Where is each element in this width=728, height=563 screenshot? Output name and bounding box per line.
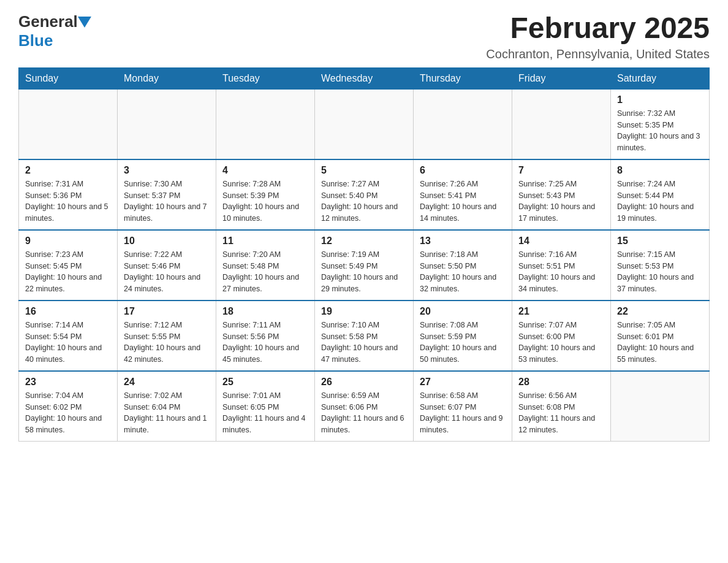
- day-info: Sunrise: 7:02 AM Sunset: 6:04 PM Dayligh…: [124, 390, 210, 436]
- calendar-day-cell: 18Sunrise: 7:11 AM Sunset: 5:56 PM Dayli…: [216, 301, 315, 371]
- calendar-day-cell: 9Sunrise: 7:23 AM Sunset: 5:45 PM Daylig…: [19, 230, 118, 301]
- day-info: Sunrise: 7:26 AM Sunset: 5:41 PM Dayligh…: [420, 178, 506, 224]
- day-number: 17: [124, 306, 210, 317]
- day-info: Sunrise: 7:32 AM Sunset: 5:35 PM Dayligh…: [617, 108, 703, 154]
- calendar-day-cell: 12Sunrise: 7:19 AM Sunset: 5:49 PM Dayli…: [315, 230, 414, 301]
- day-number: 12: [321, 236, 407, 247]
- day-info: Sunrise: 7:11 AM Sunset: 5:56 PM Dayligh…: [222, 320, 308, 366]
- day-number: 6: [420, 165, 506, 176]
- day-info: Sunrise: 7:22 AM Sunset: 5:46 PM Dayligh…: [124, 249, 210, 295]
- day-info: Sunrise: 7:08 AM Sunset: 5:59 PM Dayligh…: [420, 320, 506, 366]
- logo-triangle-icon: [78, 17, 91, 28]
- day-info: Sunrise: 7:05 AM Sunset: 6:01 PM Dayligh…: [617, 320, 703, 366]
- calendar-day-cell: 13Sunrise: 7:18 AM Sunset: 5:50 PM Dayli…: [414, 230, 512, 301]
- calendar-day-cell: 11Sunrise: 7:20 AM Sunset: 5:48 PM Dayli…: [216, 230, 315, 301]
- calendar-week-row: 16Sunrise: 7:14 AM Sunset: 5:54 PM Dayli…: [19, 301, 710, 371]
- day-of-week-header: Saturday: [611, 67, 710, 89]
- calendar-day-cell: 6Sunrise: 7:26 AM Sunset: 5:41 PM Daylig…: [414, 159, 512, 230]
- calendar-day-cell: 16Sunrise: 7:14 AM Sunset: 5:54 PM Dayli…: [19, 301, 118, 371]
- day-number: 3: [124, 165, 210, 176]
- day-info: Sunrise: 7:25 AM Sunset: 5:43 PM Dayligh…: [518, 178, 604, 224]
- calendar-day-cell: 28Sunrise: 6:56 AM Sunset: 6:08 PM Dayli…: [512, 371, 611, 442]
- day-info: Sunrise: 7:28 AM Sunset: 5:39 PM Dayligh…: [222, 178, 308, 224]
- calendar-day-cell: 15Sunrise: 7:15 AM Sunset: 5:53 PM Dayli…: [611, 230, 710, 301]
- calendar-day-cell: [315, 89, 414, 159]
- day-number: 10: [124, 236, 210, 247]
- day-info: Sunrise: 7:20 AM Sunset: 5:48 PM Dayligh…: [222, 249, 308, 295]
- day-info: Sunrise: 6:59 AM Sunset: 6:06 PM Dayligh…: [321, 390, 407, 436]
- day-of-week-header: Monday: [118, 67, 216, 89]
- day-info: Sunrise: 7:01 AM Sunset: 6:05 PM Dayligh…: [222, 390, 308, 436]
- calendar-day-cell: [611, 371, 710, 442]
- calendar-day-cell: 25Sunrise: 7:01 AM Sunset: 6:05 PM Dayli…: [216, 371, 315, 442]
- day-number: 13: [420, 236, 506, 247]
- day-info: Sunrise: 7:15 AM Sunset: 5:53 PM Dayligh…: [617, 249, 703, 295]
- calendar-day-cell: 10Sunrise: 7:22 AM Sunset: 5:46 PM Dayli…: [118, 230, 216, 301]
- calendar-day-cell: 21Sunrise: 7:07 AM Sunset: 6:00 PM Dayli…: [512, 301, 611, 371]
- logo: General Blue: [18, 12, 91, 50]
- calendar-day-cell: 20Sunrise: 7:08 AM Sunset: 5:59 PM Dayli…: [414, 301, 512, 371]
- day-number: 24: [124, 377, 210, 388]
- calendar-day-cell: [216, 89, 315, 159]
- day-number: 1: [617, 94, 703, 105]
- day-number: 15: [617, 236, 703, 247]
- day-number: 26: [321, 377, 407, 388]
- day-number: 18: [222, 306, 308, 317]
- calendar-day-cell: 7Sunrise: 7:25 AM Sunset: 5:43 PM Daylig…: [512, 159, 611, 230]
- day-number: 25: [222, 377, 308, 388]
- day-info: Sunrise: 6:56 AM Sunset: 6:08 PM Dayligh…: [518, 390, 604, 436]
- location-text: Cochranton, Pennsylvania, United States: [486, 47, 710, 61]
- day-number: 7: [518, 165, 604, 176]
- logo-blue-text: Blue: [18, 31, 53, 50]
- day-number: 28: [518, 377, 604, 388]
- day-info: Sunrise: 7:16 AM Sunset: 5:51 PM Dayligh…: [518, 249, 604, 295]
- day-number: 19: [321, 306, 407, 317]
- calendar-day-cell: [512, 89, 611, 159]
- calendar-day-cell: 5Sunrise: 7:27 AM Sunset: 5:40 PM Daylig…: [315, 159, 414, 230]
- day-number: 16: [25, 306, 111, 317]
- day-of-week-header: Friday: [512, 67, 611, 89]
- calendar-header-row: SundayMondayTuesdayWednesdayThursdayFrid…: [19, 67, 710, 89]
- month-title: February 2025: [486, 12, 710, 45]
- day-info: Sunrise: 7:24 AM Sunset: 5:44 PM Dayligh…: [617, 178, 703, 224]
- day-number: 8: [617, 165, 703, 176]
- calendar-day-cell: 3Sunrise: 7:30 AM Sunset: 5:37 PM Daylig…: [118, 159, 216, 230]
- day-of-week-header: Thursday: [414, 67, 512, 89]
- day-info: Sunrise: 7:04 AM Sunset: 6:02 PM Dayligh…: [25, 390, 111, 436]
- calendar-day-cell: 23Sunrise: 7:04 AM Sunset: 6:02 PM Dayli…: [19, 371, 118, 442]
- day-number: 2: [25, 165, 111, 176]
- logo-general-text: General: [18, 12, 78, 31]
- day-info: Sunrise: 6:58 AM Sunset: 6:07 PM Dayligh…: [420, 390, 506, 436]
- day-info: Sunrise: 7:31 AM Sunset: 5:36 PM Dayligh…: [25, 178, 111, 224]
- calendar-day-cell: [118, 89, 216, 159]
- calendar-day-cell: 26Sunrise: 6:59 AM Sunset: 6:06 PM Dayli…: [315, 371, 414, 442]
- day-info: Sunrise: 7:23 AM Sunset: 5:45 PM Dayligh…: [25, 249, 111, 295]
- day-number: 23: [25, 377, 111, 388]
- calendar-day-cell: 19Sunrise: 7:10 AM Sunset: 5:58 PM Dayli…: [315, 301, 414, 371]
- day-info: Sunrise: 7:12 AM Sunset: 5:55 PM Dayligh…: [124, 320, 210, 366]
- day-info: Sunrise: 7:27 AM Sunset: 5:40 PM Dayligh…: [321, 178, 407, 224]
- day-info: Sunrise: 7:18 AM Sunset: 5:50 PM Dayligh…: [420, 249, 506, 295]
- calendar-week-row: 9Sunrise: 7:23 AM Sunset: 5:45 PM Daylig…: [19, 230, 710, 301]
- day-number: 22: [617, 306, 703, 317]
- day-of-week-header: Tuesday: [216, 67, 315, 89]
- day-info: Sunrise: 7:07 AM Sunset: 6:00 PM Dayligh…: [518, 320, 604, 366]
- title-block: February 2025 Cochranton, Pennsylvania, …: [486, 12, 710, 61]
- day-info: Sunrise: 7:30 AM Sunset: 5:37 PM Dayligh…: [124, 178, 210, 224]
- calendar-day-cell: 8Sunrise: 7:24 AM Sunset: 5:44 PM Daylig…: [611, 159, 710, 230]
- calendar-day-cell: [414, 89, 512, 159]
- calendar-week-row: 2Sunrise: 7:31 AM Sunset: 5:36 PM Daylig…: [19, 159, 710, 230]
- day-number: 9: [25, 236, 111, 247]
- day-number: 4: [222, 165, 308, 176]
- calendar-day-cell: 17Sunrise: 7:12 AM Sunset: 5:55 PM Dayli…: [118, 301, 216, 371]
- calendar-day-cell: 24Sunrise: 7:02 AM Sunset: 6:04 PM Dayli…: [118, 371, 216, 442]
- day-info: Sunrise: 7:10 AM Sunset: 5:58 PM Dayligh…: [321, 320, 407, 366]
- day-number: 20: [420, 306, 506, 317]
- day-info: Sunrise: 7:19 AM Sunset: 5:49 PM Dayligh…: [321, 249, 407, 295]
- calendar-day-cell: 1Sunrise: 7:32 AM Sunset: 5:35 PM Daylig…: [611, 89, 710, 159]
- day-of-week-header: Wednesday: [315, 67, 414, 89]
- day-number: 27: [420, 377, 506, 388]
- calendar-week-row: 23Sunrise: 7:04 AM Sunset: 6:02 PM Dayli…: [19, 371, 710, 442]
- calendar-day-cell: 27Sunrise: 6:58 AM Sunset: 6:07 PM Dayli…: [414, 371, 512, 442]
- day-number: 11: [222, 236, 308, 247]
